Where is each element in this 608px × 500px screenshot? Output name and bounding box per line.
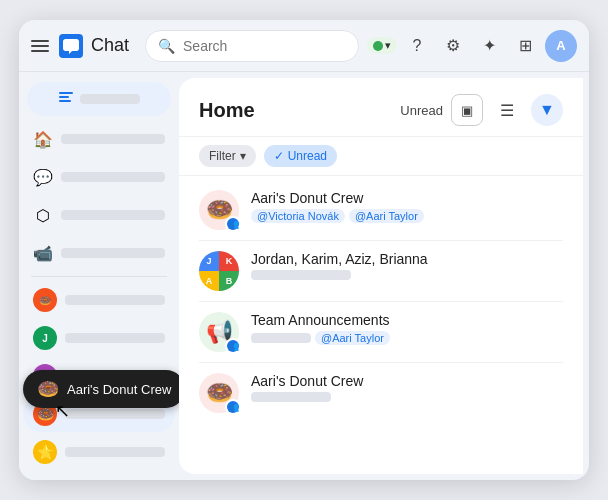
contact-label-4: [65, 447, 165, 457]
preview-bar-3: [251, 333, 311, 343]
help-button[interactable]: ?: [401, 30, 433, 62]
chat-icon: 💬: [33, 167, 53, 187]
sidebar-item-c2[interactable]: J: [23, 320, 175, 356]
search-bar[interactable]: 🔍: [145, 30, 359, 62]
sidebar-item-c4[interactable]: ⭐: [23, 434, 175, 470]
compose-button[interactable]: [27, 82, 171, 116]
sidebar: 🏠 💬 ⬡ 📹 🍩 J: [19, 72, 179, 480]
filter-button[interactable]: ▼: [531, 94, 563, 126]
contact-avatar-4: ⭐: [33, 440, 57, 464]
unread-toggle-button[interactable]: ▣: [451, 94, 483, 126]
app-container: Chat 🔍 ▾ ? ⚙ ✦ ⊞ A: [19, 20, 589, 480]
nav-actions: ▾ ? ⚙ ✦ ⊞ A: [367, 30, 577, 62]
group-avatar-2: J K A B: [199, 251, 239, 291]
meet-label: [61, 248, 165, 258]
contact-avatar-2: J: [33, 326, 57, 350]
chat-badge-4: 👥: [225, 399, 241, 415]
sidebar-item-spaces[interactable]: ⬡: [23, 197, 175, 233]
chat-content-1: Aari's Donut Crew @Victoria Novák @Aari …: [251, 190, 563, 223]
settings-button[interactable]: ⚙: [437, 30, 469, 62]
chat-list: 🍩 👥 Aari's Donut Crew @Victoria Novák @A…: [179, 176, 583, 474]
svg-rect-1: [59, 92, 73, 94]
unread-label: Unread: [400, 103, 443, 118]
filter-chip-1-chevron: ▾: [240, 149, 246, 163]
chat-content-2: Jordan, Karim, Aziz, Brianna: [251, 251, 563, 280]
preview-bar-2: [251, 270, 351, 280]
filter-chip-1-label: Filter: [209, 149, 236, 163]
chat-name-2: Jordan, Karim, Aziz, Brianna: [251, 251, 563, 267]
chat-item-2[interactable]: J K A B Jordan, Karim, Aziz, Brianna: [179, 241, 583, 301]
tooltip-text: Aari's Donut Crew: [67, 382, 171, 397]
hamburger-menu[interactable]: [31, 36, 51, 56]
search-icon: 🔍: [158, 38, 175, 54]
chat-preview-1: @Victoria Novák @Aari Taylor: [251, 209, 563, 223]
chat-content-4: Aari's Donut Crew: [251, 373, 563, 402]
chat-avatar-wrap-1: 🍩 👥: [199, 190, 239, 230]
chat-content-3: Team Announcements @Aari Taylor: [251, 312, 563, 345]
main-body: 🏠 💬 ⬡ 📹 🍩 J: [19, 72, 589, 480]
chat-name-4: Aari's Donut Crew: [251, 373, 563, 389]
contact-label-2: [65, 333, 165, 343]
chat-label: [61, 172, 165, 182]
header-actions: Unread ▣ ☰ ▼: [400, 94, 563, 126]
top-nav: Chat 🔍 ▾ ? ⚙ ✦ ⊞ A: [19, 20, 589, 72]
filter-chip-2-label: Unread: [288, 149, 327, 163]
svg-rect-3: [59, 100, 71, 102]
spaces-icon: ⬡: [33, 205, 53, 225]
content-header: Home Unread ▣ ☰ ▼: [179, 78, 583, 137]
home-icon: 🏠: [33, 129, 53, 149]
sidebar-tooltip: 🍩 Aari's Donut Crew: [23, 370, 179, 408]
layout-button[interactable]: ☰: [491, 94, 523, 126]
search-input[interactable]: [183, 38, 346, 54]
chat-preview-4: [251, 392, 563, 402]
chat-avatar-wrap-2: J K A B: [199, 251, 239, 291]
chat-name-1: Aari's Donut Crew: [251, 190, 563, 206]
status-chevron: ▾: [385, 39, 391, 52]
filter-check-icon: ✓: [274, 149, 284, 163]
sidebar-item-chat[interactable]: 💬: [23, 159, 175, 195]
status-indicator[interactable]: ▾: [367, 37, 397, 54]
filter-chip-unread[interactable]: ✓ Unread: [264, 145, 337, 167]
content-title: Home: [199, 99, 255, 122]
chat-item-1[interactable]: 🍩 👥 Aari's Donut Crew @Victoria Novák @A…: [179, 180, 583, 240]
chat-name-3: Team Announcements: [251, 312, 563, 328]
compose-label-placeholder: [80, 94, 140, 104]
chat-avatar-wrap-4: 🍩 👥: [199, 373, 239, 413]
svg-rect-2: [59, 96, 69, 98]
donut-crew-label-active: [65, 409, 165, 419]
spaces-label: [61, 210, 165, 220]
contact-label-1: [65, 295, 165, 305]
sidebar-item-home[interactable]: 🏠: [23, 121, 175, 157]
app-title: Chat: [91, 35, 129, 56]
chat-preview-3: @Aari Taylor: [251, 331, 563, 345]
mention-chip-aari2: @Aari Taylor: [315, 331, 390, 345]
compose-icon: [58, 91, 74, 107]
magic-button[interactable]: ✦: [473, 30, 505, 62]
status-dot: [373, 41, 383, 51]
filter-row: Filter ▾ ✓ Unread: [179, 137, 583, 176]
filter-chip-1[interactable]: Filter ▾: [199, 145, 256, 167]
chat-item-4[interactable]: 🍩 👥 Aari's Donut Crew: [179, 363, 583, 423]
compose-section: [19, 80, 179, 118]
apps-button[interactable]: ⊞: [509, 30, 541, 62]
chat-preview-2: [251, 270, 563, 280]
sidebar-divider: [31, 276, 167, 277]
contact-avatar-1: 🍩: [33, 288, 57, 312]
chat-item-3[interactable]: 📢 👥 Team Announcements @Aari Taylor: [179, 302, 583, 362]
chat-badge-1: 👥: [225, 216, 241, 232]
mention-chip-aari1: @Aari Taylor: [349, 209, 424, 223]
user-avatar[interactable]: A: [545, 30, 577, 62]
home-label: [61, 134, 165, 144]
meet-icon: 📹: [33, 243, 53, 263]
app-logo: [59, 34, 83, 58]
chat-avatar-wrap-3: 📢 👥: [199, 312, 239, 352]
sidebar-item-meet[interactable]: 📹: [23, 235, 175, 271]
content-area: Home Unread ▣ ☰ ▼ Filter ▾ ✓ Unread: [179, 78, 583, 474]
cursor-icon: ↖: [55, 400, 70, 422]
chat-badge-3: 👥: [225, 338, 241, 354]
sidebar-item-c1[interactable]: 🍩: [23, 282, 175, 318]
tooltip-emoji: 🍩: [37, 378, 59, 400]
preview-bar-4: [251, 392, 331, 402]
mention-chip-victoria: @Victoria Novák: [251, 209, 345, 223]
